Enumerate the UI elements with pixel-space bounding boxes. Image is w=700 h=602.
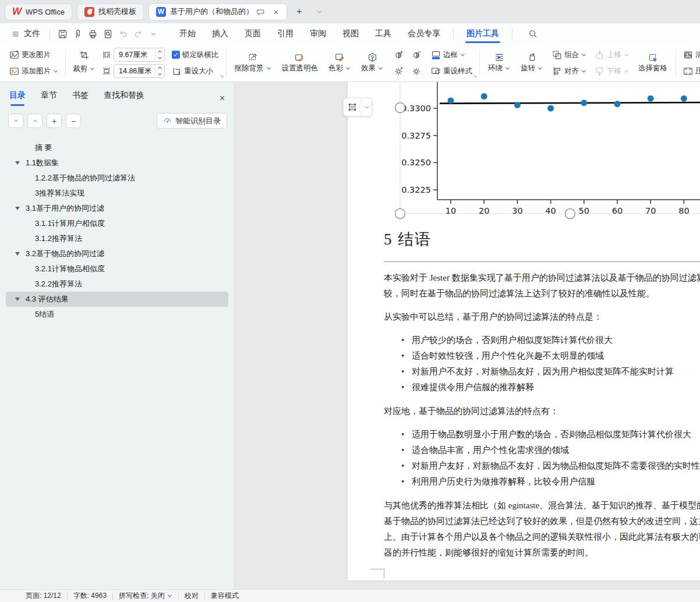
save-button[interactable] bbox=[55, 27, 70, 41]
zoom-in-button[interactable]: + bbox=[47, 114, 62, 128]
statusbar-item-2[interactable]: 拼写检查: 关闭 bbox=[113, 591, 178, 601]
toc-item[interactable]: 4.3 评估结果 bbox=[6, 292, 228, 307]
export-pdf-button[interactable] bbox=[70, 27, 85, 41]
menu-item-1[interactable]: 插入 bbox=[204, 24, 236, 43]
set-transparent-color-button[interactable]: 设置透明色 bbox=[280, 48, 321, 78]
menu-item-2[interactable]: 页面 bbox=[236, 24, 269, 43]
sharpen-button[interactable]: 清晰化 bbox=[682, 48, 700, 62]
lock-aspect-ratio-checkbox[interactable]: ✓ 锁定纵横比 bbox=[171, 48, 220, 62]
expand-all-button[interactable] bbox=[27, 114, 43, 128]
file-menu-button[interactable]: 文件 bbox=[7, 29, 45, 39]
align-button[interactable]: 对齐 bbox=[551, 64, 588, 79]
width-input[interactable]: 14.86厘米 bbox=[114, 64, 165, 78]
file-menu-label: 文件 bbox=[24, 29, 40, 39]
toc-item[interactable]: 3.2.1计算物品相似度 bbox=[6, 261, 228, 277]
toc-item[interactable]: 3.1基于用户的协同过滤 bbox=[6, 201, 228, 216]
menu-item-6[interactable]: 工具 bbox=[367, 24, 400, 43]
quick-access-chevron-icon[interactable] bbox=[146, 27, 161, 41]
height-spinner[interactable] bbox=[155, 48, 164, 61]
statusbar-label: 校对 bbox=[185, 591, 199, 601]
sidebar-tab-1[interactable]: 章节 bbox=[41, 90, 57, 106]
brightness-increase-icon[interactable] bbox=[391, 64, 406, 78]
redo-button[interactable] bbox=[130, 27, 146, 41]
menu-item-4[interactable]: 审阅 bbox=[302, 24, 334, 43]
sidebar-tab-0[interactable]: 目录 bbox=[9, 90, 26, 106]
bullet-item: •利用用户历史行为做推荐解释，比较令用户信服 bbox=[384, 474, 700, 490]
toc-item[interactable]: 5结语 bbox=[6, 307, 228, 322]
statusbar-item-4[interactable]: 兼容模式 bbox=[205, 591, 245, 601]
collapse-triangle-icon[interactable] bbox=[15, 252, 20, 256]
comment-bubble-icon[interactable] bbox=[254, 6, 266, 17]
menu-item-7[interactable]: 会员专享 bbox=[400, 24, 448, 43]
remove-background-button[interactable]: 抠除背景 bbox=[232, 48, 274, 78]
bullet-item: •对新用户不友好，对新物品友好，因为用户相似度矩阵不能实时计算 bbox=[384, 364, 700, 380]
tab-list-chevron-icon[interactable] bbox=[312, 4, 327, 19]
text-line: 器的并行性能，则能够很好的缩短计算所需要的时间。 bbox=[384, 545, 700, 561]
group-expander-icon[interactable] bbox=[472, 73, 478, 79]
svg-text:0.3275: 0.3275 bbox=[401, 131, 431, 140]
zoom-out-button[interactable]: − bbox=[66, 114, 81, 128]
height-input[interactable]: 9.67厘米 bbox=[114, 48, 165, 62]
brightness-decrease-icon[interactable] bbox=[409, 64, 424, 78]
navigation-sidebar: 目录章节书签查找和替换× + − 智能识别目录 摘 要1.1数据集1.2.2基于… bbox=[0, 82, 235, 589]
toc-item[interactable]: 3.2基于物品的协同过滤 bbox=[6, 246, 228, 261]
document-content[interactable]: 5 结语 本实验对于 Jester 数据集实现了基于用户的协同过滤算法以及基于物… bbox=[384, 229, 700, 568]
document-page[interactable]: 0.33000.32750.32500.32251020304050607080… bbox=[348, 82, 700, 580]
new-tab-button[interactable]: + bbox=[292, 4, 307, 19]
reset-size-button[interactable]: 重设大小 bbox=[171, 64, 220, 79]
document-title: 基于用户的（和物品的）协同 bbox=[170, 6, 250, 17]
contrast-increase-icon[interactable] bbox=[391, 48, 406, 62]
chevron-down-icon[interactable] bbox=[167, 592, 172, 600]
menu-picture-tools[interactable]: 图片工具 bbox=[458, 24, 507, 43]
add-picture-button[interactable]: 添加图片 bbox=[8, 64, 59, 79]
effect-button[interactable]: 效果 bbox=[359, 48, 386, 78]
statusbar-item-3[interactable]: 校对 bbox=[179, 591, 204, 601]
sidebar-tab-2[interactable]: 书签 bbox=[72, 90, 89, 106]
group-expander-icon[interactable] bbox=[218, 73, 225, 79]
crop-button[interactable]: 裁剪 bbox=[72, 62, 96, 76]
menu-item-3[interactable]: 引用 bbox=[269, 24, 302, 43]
statusbar-item-1[interactable]: 字数: 4963 bbox=[68, 591, 112, 601]
toc-item[interactable]: 3.1.1计算用户相似度 bbox=[6, 216, 228, 231]
tab-wps-home[interactable]: W WPS Office bbox=[5, 3, 72, 20]
menu-item-0[interactable]: 开始 bbox=[171, 24, 204, 43]
tab-document[interactable]: W 基于用户的（和物品的）协同 × bbox=[149, 3, 287, 20]
menu-items: 开始插入页面引用审阅视图工具会员专享 bbox=[171, 24, 448, 43]
change-picture-button[interactable]: 更改图片 bbox=[8, 48, 59, 62]
toc-item[interactable]: 3.2.2推荐算法 bbox=[6, 277, 228, 292]
rotate-button[interactable]: 旋转 bbox=[518, 48, 545, 78]
contrast-decrease-icon[interactable] bbox=[409, 48, 424, 62]
toc-item[interactable]: 1.2.2基于物品的协同过滤算法 bbox=[6, 171, 228, 186]
collapse-triangle-icon[interactable] bbox=[15, 207, 20, 210]
toc-item[interactable]: 摘 要 bbox=[6, 140, 228, 155]
scatter-chart-image[interactable]: 0.33000.32750.32500.32251020304050607080 bbox=[348, 82, 700, 224]
collapse-triangle-icon[interactable] bbox=[15, 161, 20, 165]
selection-pane-button[interactable]: 选择窗格 bbox=[636, 48, 670, 78]
undo-button[interactable] bbox=[115, 27, 130, 41]
width-spinner[interactable] bbox=[155, 65, 164, 77]
chevron-down-icon[interactable] bbox=[361, 98, 372, 116]
close-tab-icon[interactable]: × bbox=[270, 6, 282, 17]
reset-style-button[interactable]: 重设样式 bbox=[430, 64, 473, 79]
border-button[interactable]: 边框 bbox=[430, 48, 473, 62]
close-sidebar-icon[interactable]: × bbox=[220, 93, 225, 104]
tab-docer-templates[interactable]: 找稻壳模板 bbox=[77, 3, 144, 20]
smart-toc-button[interactable]: 智能识别目录 bbox=[157, 113, 227, 129]
toc-item[interactable]: 1.1数据集 bbox=[6, 155, 228, 171]
compress-picture-button[interactable]: 压缩图片 bbox=[682, 64, 700, 79]
toc-item[interactable]: 3推荐算法实现 bbox=[6, 186, 228, 201]
collapse-all-button[interactable] bbox=[8, 114, 23, 128]
search-icon[interactable] bbox=[525, 27, 540, 41]
layout-options-button[interactable] bbox=[343, 98, 372, 116]
collapse-triangle-icon[interactable] bbox=[15, 298, 20, 301]
print-button[interactable] bbox=[85, 27, 100, 41]
menu-item-5[interactable]: 视图 bbox=[334, 24, 367, 43]
color-button[interactable]: 色彩 bbox=[326, 48, 353, 78]
statusbar-label: 页面: 12/12 bbox=[26, 591, 61, 601]
statusbar-item-0[interactable]: 页面: 12/12 bbox=[20, 591, 67, 601]
group-button[interactable]: 组合 bbox=[551, 48, 588, 62]
wrap-text-button[interactable]: 环绕 bbox=[486, 48, 512, 78]
toc-item[interactable]: 3.1.2推荐算法 bbox=[6, 231, 228, 246]
sidebar-tab-3[interactable]: 查找和替换 bbox=[104, 90, 144, 106]
print-preview-button[interactable] bbox=[100, 27, 115, 41]
